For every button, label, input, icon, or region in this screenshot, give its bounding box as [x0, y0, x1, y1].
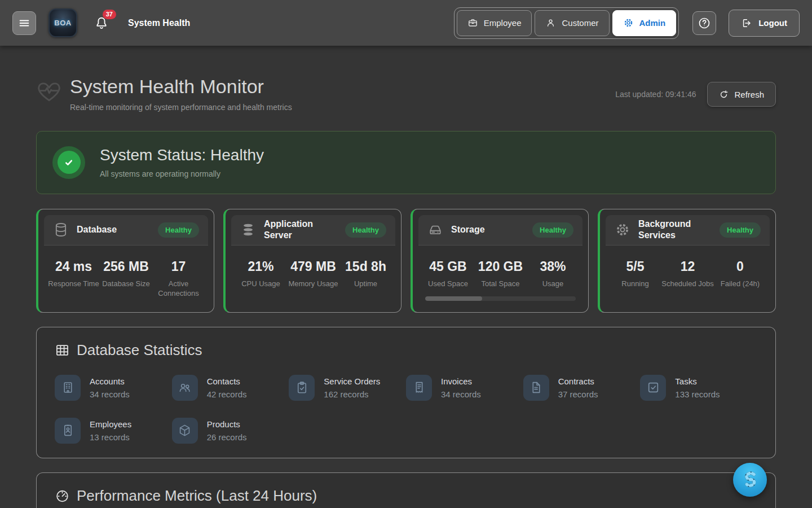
health-card-stats: 21% CPU Usage 479 MB Memory Usage 15d 8h…: [231, 246, 395, 289]
database-statistics-grid: Accounts 34 records Contacts 42 records: [55, 375, 757, 444]
health-card-header: Storage Healthy: [418, 215, 582, 246]
record-item-icon: [289, 375, 315, 401]
logout-button[interactable]: Logout: [729, 10, 800, 37]
stat-value: 15d 8h: [339, 259, 392, 274]
stat-block: 0 Failed (24h): [714, 259, 766, 289]
health-card-header: Database Healthy: [44, 215, 208, 246]
health-card-title: Database: [77, 224, 150, 235]
status-badge: Healthy: [158, 222, 199, 238]
stat-label: Total Space: [474, 279, 527, 289]
stat-block: 38% Usage: [527, 259, 579, 289]
health-card-stats: 24 ms Response Time 256 MB Database Size…: [44, 246, 208, 299]
stat-label: Database Size: [100, 279, 152, 289]
record-item-icon: [523, 375, 549, 401]
status-title: System Status: Healthy: [100, 146, 264, 164]
role-button[interactable]: Employee: [457, 10, 532, 36]
health-card-stats: 45 GB Used Space 120 GB Total Space 38% …: [418, 246, 582, 289]
stat-value: 0: [714, 259, 766, 274]
help-button[interactable]: [692, 11, 716, 35]
status-badge: Healthy: [345, 222, 386, 238]
health-card-icon: [427, 222, 443, 238]
top-navbar: BOA 37 System Health Employee Customer: [0, 0, 812, 46]
record-item-icon: [640, 375, 666, 401]
stat-label: Scheduled Jobs: [661, 279, 714, 289]
stat-value: 17: [152, 259, 205, 274]
role-button[interactable]: Customer: [535, 10, 609, 36]
notification-bell[interactable]: 37: [94, 16, 109, 30]
check-circle-icon: [52, 146, 85, 179]
storage-usage-progressbar: [425, 296, 576, 301]
stat-block: 17 Active Connections: [152, 259, 205, 299]
stat-label: Uptime: [339, 279, 392, 289]
stat-label: Response Time: [47, 279, 100, 289]
record-count-item: Employees 13 records: [55, 418, 172, 444]
page-title: System Health Monitor: [70, 75, 615, 98]
record-item-icon: [172, 375, 198, 401]
stat-block: 24 ms Response Time: [47, 259, 100, 299]
app-logo-text: BOA: [54, 19, 71, 27]
stat-value: 24 ms: [47, 259, 100, 274]
health-card-icon: [240, 222, 256, 238]
role-icon: [467, 17, 478, 28]
health-card: Database Healthy 24 ms Response Time 256…: [36, 209, 214, 313]
table-grid-icon: [55, 343, 70, 358]
record-item-icon: [55, 375, 81, 401]
stat-value: 38%: [527, 259, 579, 274]
health-card-title: Background Services: [638, 218, 712, 241]
health-card: Storage Healthy 45 GB Used Space 120 GB …: [411, 209, 589, 313]
status-badge: Healthy: [532, 222, 573, 238]
record-item-icon: [55, 418, 81, 444]
role-switcher: Employee Customer Admin: [454, 7, 679, 39]
record-item-count: 13 records: [90, 432, 131, 442]
stat-value: 12: [661, 259, 714, 274]
role-label: Customer: [562, 18, 598, 28]
role-label: Employee: [484, 18, 522, 28]
stat-block: 479 MB Memory Usage: [287, 259, 339, 289]
question-circle-icon: [698, 16, 711, 30]
performance-metrics-section: Performance Metrics (Last 24 Hours): [36, 472, 776, 508]
stat-label: Active Connections: [152, 279, 205, 299]
heart-pulse-icon: [36, 78, 62, 104]
menu-button[interactable]: [12, 11, 36, 35]
health-card: Background Services Healthy 5/5 Running …: [598, 209, 776, 313]
system-status-banner: System Status: Healthy All systems are o…: [36, 131, 776, 194]
health-card-header: Application Server Healthy: [231, 215, 395, 246]
record-item-icon: [172, 418, 198, 444]
stat-value: 256 MB: [100, 259, 152, 274]
record-item-name: Service Orders: [324, 376, 380, 386]
page-subtitle: Real-time monitoring of system performan…: [70, 103, 615, 112]
record-item-icon: [406, 375, 432, 401]
health-card-title: Application Server: [264, 218, 337, 241]
record-item-count: 26 records: [207, 432, 247, 442]
record-item-count: 37 records: [558, 389, 598, 399]
status-subtitle: All systems are operating normally: [100, 169, 264, 178]
speedometer-icon: [55, 488, 70, 503]
stat-label: Memory Usage: [287, 279, 339, 289]
chat-assistant-button[interactable]: [733, 463, 767, 497]
role-button[interactable]: Admin: [612, 10, 677, 36]
stat-value: 479 MB: [287, 259, 339, 274]
stat-label: Usage: [527, 279, 579, 289]
health-card: Application Server Healthy 21% CPU Usage…: [223, 209, 401, 313]
status-badge: Healthy: [720, 222, 761, 238]
stat-block: 15d 8h Uptime: [339, 259, 392, 289]
health-card-title: Storage: [451, 224, 524, 235]
snake-chat-icon: [740, 470, 760, 490]
record-count-item: Invoices 34 records: [406, 375, 523, 401]
role-icon: [623, 17, 634, 28]
stat-block: 12 Scheduled Jobs: [661, 259, 714, 289]
health-card-header: Background Services Healthy: [606, 215, 770, 246]
stat-block: 21% CPU Usage: [235, 259, 287, 289]
stat-block: 45 GB Used Space: [422, 259, 474, 289]
app-logo: BOA: [48, 8, 77, 37]
health-card-icon: [615, 222, 630, 238]
refresh-button[interactable]: Refresh: [707, 82, 776, 107]
record-item-count: 162 records: [324, 389, 380, 399]
logout-icon: [741, 17, 752, 29]
record-item-name: Contacts: [207, 376, 247, 386]
record-item-count: 133 records: [675, 389, 720, 399]
main-content: System Health Monitor Real-time monitori…: [0, 46, 812, 508]
database-statistics-section: Database Statistics Accounts 34 records …: [36, 327, 776, 458]
database-statistics-title: Database Statistics: [77, 341, 202, 359]
stat-label: Used Space: [422, 279, 474, 289]
